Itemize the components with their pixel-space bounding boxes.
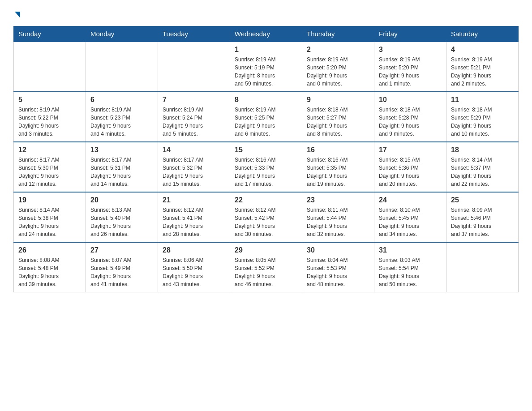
day-info: Sunrise: 8:11 AM Sunset: 5:44 PM Dayligh… <box>307 206 369 238</box>
day-number: 31 <box>379 246 442 254</box>
calendar-day-8: 8Sunrise: 8:19 AM Sunset: 5:25 PM Daylig… <box>230 92 302 142</box>
day-number: 14 <box>163 146 225 154</box>
day-number: 8 <box>235 96 297 104</box>
calendar-day-7: 7Sunrise: 8:19 AM Sunset: 5:24 PM Daylig… <box>158 92 230 142</box>
day-number: 28 <box>163 246 225 254</box>
day-info: Sunrise: 8:14 AM Sunset: 5:37 PM Dayligh… <box>451 156 514 188</box>
day-number: 11 <box>451 96 514 104</box>
day-number: 19 <box>18 196 81 204</box>
day-info: Sunrise: 8:05 AM Sunset: 5:52 PM Dayligh… <box>235 256 297 288</box>
weekday-header-tuesday: Tuesday <box>158 26 230 42</box>
day-info: Sunrise: 8:19 AM Sunset: 5:20 PM Dayligh… <box>379 56 442 88</box>
calendar-header-row: SundayMondayTuesdayWednesdayThursdayFrid… <box>14 26 519 42</box>
day-info: Sunrise: 8:18 AM Sunset: 5:27 PM Dayligh… <box>307 106 369 138</box>
day-number: 30 <box>307 246 369 254</box>
day-number: 24 <box>379 196 442 204</box>
day-info: Sunrise: 8:16 AM Sunset: 5:33 PM Dayligh… <box>235 156 297 188</box>
day-info: Sunrise: 8:03 AM Sunset: 5:54 PM Dayligh… <box>379 256 442 288</box>
day-number: 17 <box>379 146 442 154</box>
day-number: 29 <box>235 246 297 254</box>
day-number: 12 <box>18 146 81 154</box>
weekday-header-monday: Monday <box>86 26 158 42</box>
calendar-day-20: 20Sunrise: 8:13 AM Sunset: 5:40 PM Dayli… <box>86 192 158 242</box>
day-number: 15 <box>235 146 297 154</box>
calendar-day-2: 2Sunrise: 8:19 AM Sunset: 5:20 PM Daylig… <box>302 42 374 92</box>
day-info: Sunrise: 8:19 AM Sunset: 5:20 PM Dayligh… <box>307 56 369 88</box>
calendar-day-18: 18Sunrise: 8:14 AM Sunset: 5:37 PM Dayli… <box>446 142 519 192</box>
day-number: 16 <box>307 146 369 154</box>
day-info: Sunrise: 8:19 AM Sunset: 5:21 PM Dayligh… <box>451 56 514 88</box>
day-number: 10 <box>379 96 442 104</box>
day-info: Sunrise: 8:17 AM Sunset: 5:30 PM Dayligh… <box>18 156 81 188</box>
calendar-day-14: 14Sunrise: 8:17 AM Sunset: 5:32 PM Dayli… <box>158 142 230 192</box>
day-info: Sunrise: 8:19 AM Sunset: 5:25 PM Dayligh… <box>235 106 297 138</box>
day-info: Sunrise: 8:15 AM Sunset: 5:36 PM Dayligh… <box>379 156 442 188</box>
day-number: 9 <box>307 96 369 104</box>
day-info: Sunrise: 8:16 AM Sunset: 5:35 PM Dayligh… <box>307 156 369 188</box>
day-number: 26 <box>18 246 81 254</box>
day-number: 13 <box>90 146 153 154</box>
calendar-day-30: 30Sunrise: 8:04 AM Sunset: 5:53 PM Dayli… <box>302 242 374 292</box>
day-info: Sunrise: 8:09 AM Sunset: 5:46 PM Dayligh… <box>451 206 514 238</box>
day-info: Sunrise: 8:07 AM Sunset: 5:49 PM Dayligh… <box>90 256 153 288</box>
calendar-day-31: 31Sunrise: 8:03 AM Sunset: 5:54 PM Dayli… <box>374 242 446 292</box>
day-info: Sunrise: 8:12 AM Sunset: 5:42 PM Dayligh… <box>235 206 297 238</box>
calendar-day-5: 5Sunrise: 8:19 AM Sunset: 5:22 PM Daylig… <box>14 92 86 142</box>
calendar-empty-cell <box>14 42 86 92</box>
calendar-week-row: 5Sunrise: 8:19 AM Sunset: 5:22 PM Daylig… <box>14 92 519 142</box>
day-info: Sunrise: 8:17 AM Sunset: 5:31 PM Dayligh… <box>90 156 153 188</box>
weekday-header-thursday: Thursday <box>302 26 374 42</box>
calendar-day-27: 27Sunrise: 8:07 AM Sunset: 5:49 PM Dayli… <box>86 242 158 292</box>
day-info: Sunrise: 8:06 AM Sunset: 5:50 PM Dayligh… <box>163 256 225 288</box>
calendar-day-11: 11Sunrise: 8:18 AM Sunset: 5:29 PM Dayli… <box>446 92 519 142</box>
page-header <box>13 9 519 17</box>
calendar-empty-cell <box>158 42 230 92</box>
calendar-day-22: 22Sunrise: 8:12 AM Sunset: 5:42 PM Dayli… <box>230 192 302 242</box>
calendar-day-12: 12Sunrise: 8:17 AM Sunset: 5:30 PM Dayli… <box>14 142 86 192</box>
calendar-day-16: 16Sunrise: 8:16 AM Sunset: 5:35 PM Dayli… <box>302 142 374 192</box>
logo-arrow-icon <box>15 12 20 18</box>
day-info: Sunrise: 8:04 AM Sunset: 5:53 PM Dayligh… <box>307 256 369 288</box>
weekday-header-friday: Friday <box>374 26 446 42</box>
weekday-header-sunday: Sunday <box>14 26 86 42</box>
day-number: 21 <box>163 196 225 204</box>
calendar-week-row: 12Sunrise: 8:17 AM Sunset: 5:30 PM Dayli… <box>14 142 519 192</box>
calendar-day-4: 4Sunrise: 8:19 AM Sunset: 5:21 PM Daylig… <box>446 42 519 92</box>
day-number: 2 <box>307 46 369 54</box>
day-number: 20 <box>90 196 153 204</box>
day-info: Sunrise: 8:12 AM Sunset: 5:41 PM Dayligh… <box>163 206 225 238</box>
weekday-header-wednesday: Wednesday <box>230 26 302 42</box>
calendar-week-row: 1Sunrise: 8:19 AM Sunset: 5:19 PM Daylig… <box>14 42 519 92</box>
calendar-table: SundayMondayTuesdayWednesdayThursdayFrid… <box>13 26 519 292</box>
calendar-day-28: 28Sunrise: 8:06 AM Sunset: 5:50 PM Dayli… <box>158 242 230 292</box>
day-number: 4 <box>451 46 514 54</box>
calendar-day-10: 10Sunrise: 8:18 AM Sunset: 5:28 PM Dayli… <box>374 92 446 142</box>
calendar-day-15: 15Sunrise: 8:16 AM Sunset: 5:33 PM Dayli… <box>230 142 302 192</box>
calendar-day-17: 17Sunrise: 8:15 AM Sunset: 5:36 PM Dayli… <box>374 142 446 192</box>
day-number: 23 <box>307 196 369 204</box>
day-info: Sunrise: 8:18 AM Sunset: 5:28 PM Dayligh… <box>379 106 442 138</box>
calendar-day-13: 13Sunrise: 8:17 AM Sunset: 5:31 PM Dayli… <box>86 142 158 192</box>
day-number: 27 <box>90 246 153 254</box>
day-info: Sunrise: 8:14 AM Sunset: 5:38 PM Dayligh… <box>18 206 81 238</box>
calendar-day-24: 24Sunrise: 8:10 AM Sunset: 5:45 PM Dayli… <box>374 192 446 242</box>
day-info: Sunrise: 8:19 AM Sunset: 5:19 PM Dayligh… <box>235 56 297 88</box>
day-info: Sunrise: 8:18 AM Sunset: 5:29 PM Dayligh… <box>451 106 514 138</box>
calendar-empty-cell <box>446 242 519 292</box>
day-info: Sunrise: 8:17 AM Sunset: 5:32 PM Dayligh… <box>163 156 225 188</box>
day-info: Sunrise: 8:10 AM Sunset: 5:45 PM Dayligh… <box>379 206 442 238</box>
calendar-day-6: 6Sunrise: 8:19 AM Sunset: 5:23 PM Daylig… <box>86 92 158 142</box>
calendar-day-26: 26Sunrise: 8:08 AM Sunset: 5:48 PM Dayli… <box>14 242 86 292</box>
day-info: Sunrise: 8:19 AM Sunset: 5:24 PM Dayligh… <box>163 106 225 138</box>
calendar-day-3: 3Sunrise: 8:19 AM Sunset: 5:20 PM Daylig… <box>374 42 446 92</box>
calendar-day-1: 1Sunrise: 8:19 AM Sunset: 5:19 PM Daylig… <box>230 42 302 92</box>
weekday-header-saturday: Saturday <box>446 26 519 42</box>
day-info: Sunrise: 8:13 AM Sunset: 5:40 PM Dayligh… <box>90 206 153 238</box>
calendar-day-23: 23Sunrise: 8:11 AM Sunset: 5:44 PM Dayli… <box>302 192 374 242</box>
day-info: Sunrise: 8:08 AM Sunset: 5:48 PM Dayligh… <box>18 256 81 288</box>
day-number: 18 <box>451 146 514 154</box>
day-number: 7 <box>163 96 225 104</box>
calendar-week-row: 26Sunrise: 8:08 AM Sunset: 5:48 PM Dayli… <box>14 242 519 292</box>
day-number: 1 <box>235 46 297 54</box>
day-number: 3 <box>379 46 442 54</box>
